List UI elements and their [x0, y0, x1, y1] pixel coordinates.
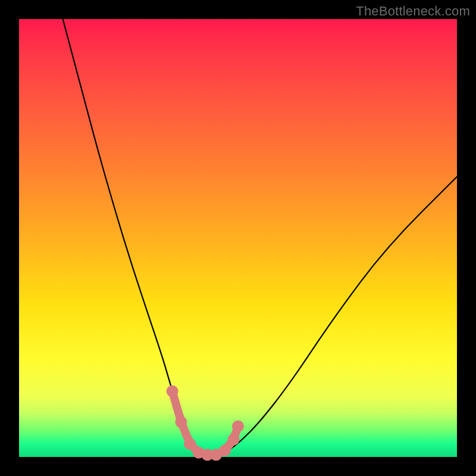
marker-point [175, 416, 187, 428]
plot-area [19, 19, 457, 457]
bottleneck-curve [63, 19, 457, 455]
marker-point [228, 434, 240, 446]
chart-svg [19, 19, 457, 457]
chart-frame: TheBottleneck.com [0, 0, 476, 476]
marker-point [167, 386, 178, 397]
marker-point [232, 420, 244, 432]
marker-point [184, 438, 196, 450]
watermark-text: TheBottleneck.com [356, 4, 470, 19]
marker-point [219, 444, 231, 456]
